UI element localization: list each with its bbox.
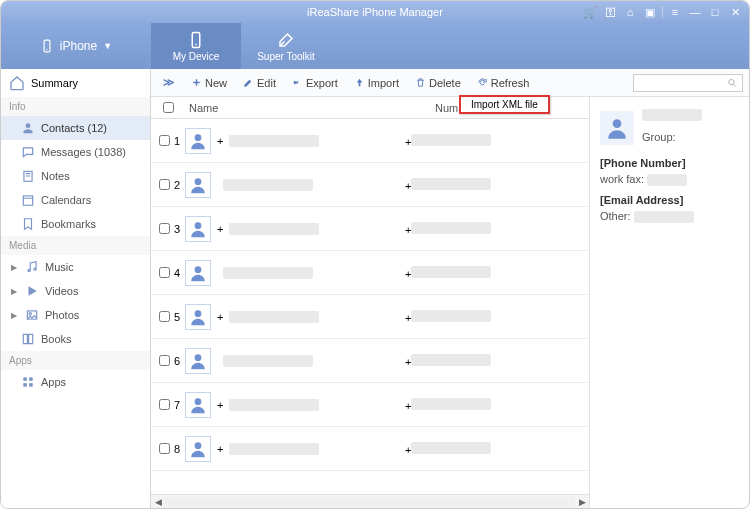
sidebar-item-books[interactable]: Books	[1, 327, 150, 351]
caret-icon: ▶	[11, 263, 19, 272]
contact-name-blur	[642, 109, 702, 121]
search-box[interactable]	[633, 74, 743, 92]
scroll-right-icon[interactable]: ▶	[575, 495, 589, 509]
sidebar-item-music[interactable]: ▶ Music	[1, 255, 150, 279]
sidebar-item-photos[interactable]: ▶ Photos	[1, 303, 150, 327]
key-icon[interactable]: ⚿	[602, 5, 618, 19]
refresh-button[interactable]: Refresh	[471, 74, 536, 92]
avatar	[185, 348, 211, 374]
sidebar-item-apps[interactable]: Apps	[1, 370, 150, 394]
row-checkbox[interactable]	[159, 223, 170, 234]
scroll-left-icon[interactable]: ◀	[151, 495, 165, 509]
person-icon	[188, 351, 208, 371]
button-label: New	[205, 77, 227, 89]
svg-rect-17	[23, 383, 27, 387]
name-blur	[229, 135, 319, 147]
number-blur	[411, 134, 491, 146]
table-row[interactable]: 3 + +	[151, 207, 589, 251]
person-icon	[188, 307, 208, 327]
phone-icon	[40, 39, 54, 53]
tab-super-toolkit[interactable]: Super Toolkit	[241, 23, 331, 69]
table-row[interactable]: 8 + +	[151, 427, 589, 471]
close-icon[interactable]: ✕	[727, 5, 743, 19]
row-checkbox[interactable]	[159, 311, 170, 322]
home-icon[interactable]: ⌂	[622, 5, 638, 19]
sidebar-group-apps: Apps	[1, 351, 150, 370]
row-index: 5	[174, 311, 180, 323]
select-all-checkbox[interactable]	[163, 102, 174, 113]
name-prefix: +	[217, 223, 223, 235]
avatar	[185, 304, 211, 330]
photos-icon	[25, 308, 39, 322]
new-button[interactable]: New	[185, 74, 233, 92]
svg-point-30	[195, 354, 202, 361]
table-row[interactable]: 7 + +	[151, 383, 589, 427]
row-checkbox[interactable]	[159, 355, 170, 366]
sidebar-item-bookmarks[interactable]: Bookmarks	[1, 212, 150, 236]
books-icon	[21, 332, 35, 346]
svg-point-4	[26, 123, 31, 128]
sidebar-item-messages[interactable]: Messages (1038)	[1, 140, 150, 164]
sidebar-label: Messages (1038)	[41, 146, 126, 158]
tools-icon	[277, 31, 295, 49]
apps-icon	[21, 375, 35, 389]
delete-button[interactable]: Delete	[409, 74, 467, 92]
search-input[interactable]	[638, 77, 727, 88]
table-row[interactable]: 2 +	[151, 163, 589, 207]
table-row[interactable]: 1 + +	[151, 119, 589, 163]
sidebar-item-contacts[interactable]: Contacts (12)	[1, 116, 150, 140]
row-checkbox[interactable]	[159, 443, 170, 454]
bookmark-icon	[21, 217, 35, 231]
svg-point-25	[195, 134, 202, 141]
device-selector[interactable]: iPhone ▼	[1, 23, 151, 69]
trash-icon	[415, 77, 426, 88]
import-xml-item[interactable]: Import XML file	[471, 99, 538, 110]
table-row[interactable]: 4 +	[151, 251, 589, 295]
work-fax-value-blur	[647, 174, 687, 186]
cart-icon[interactable]: 🛒	[582, 5, 598, 19]
horizontal-scrollbar[interactable]: ◀ ▶	[151, 494, 589, 508]
row-checkbox[interactable]	[159, 399, 170, 410]
name-prefix: +	[217, 311, 223, 323]
svg-point-10	[28, 269, 30, 271]
button-label: Refresh	[491, 77, 530, 89]
work-fax-label: work fax:	[600, 173, 644, 185]
maximize-icon[interactable]: □	[707, 5, 723, 19]
table-row[interactable]: 5 + +	[151, 295, 589, 339]
sidebar-item-calendars[interactable]: Calendars	[1, 188, 150, 212]
edit-button[interactable]: Edit	[237, 74, 282, 92]
row-checkbox[interactable]	[159, 267, 170, 278]
feedback-icon[interactable]: ▣	[642, 5, 658, 19]
svg-point-26	[195, 178, 202, 185]
tab-my-device[interactable]: My Device	[151, 23, 241, 69]
number-blur	[411, 398, 491, 410]
person-icon	[188, 439, 208, 459]
row-index: 1	[174, 135, 180, 147]
sidebar-item-videos[interactable]: ▶ Videos	[1, 279, 150, 303]
other-value-blur	[634, 211, 694, 223]
sidebar-summary[interactable]: Summary	[1, 69, 150, 97]
main-panel: ≫ New Edit Export Import Delete	[151, 69, 749, 508]
export-button[interactable]: Export	[286, 74, 344, 92]
column-name[interactable]: Name	[185, 102, 395, 114]
svg-point-31	[195, 398, 202, 405]
sidebar-label: Contacts (12)	[41, 122, 107, 134]
expand-button[interactable]: ≫	[157, 73, 181, 92]
tab-label: My Device	[173, 51, 220, 62]
person-icon	[188, 263, 208, 283]
table-row[interactable]: 6 +	[151, 339, 589, 383]
button-label: Import	[368, 77, 399, 89]
person-icon	[188, 175, 208, 195]
menu-icon[interactable]: ≡	[667, 5, 683, 19]
search-icon	[727, 77, 738, 89]
row-checkbox[interactable]	[159, 135, 170, 146]
row-index: 6	[174, 355, 180, 367]
avatar	[185, 128, 211, 154]
sidebar-item-notes[interactable]: Notes	[1, 164, 150, 188]
device-name: iPhone	[60, 39, 97, 53]
import-dropdown[interactable]: Import XML file	[459, 95, 550, 114]
minimize-icon[interactable]: —	[687, 5, 703, 19]
import-button[interactable]: Import	[348, 74, 405, 92]
row-checkbox[interactable]	[159, 179, 170, 190]
sidebar-group-media: Media	[1, 236, 150, 255]
